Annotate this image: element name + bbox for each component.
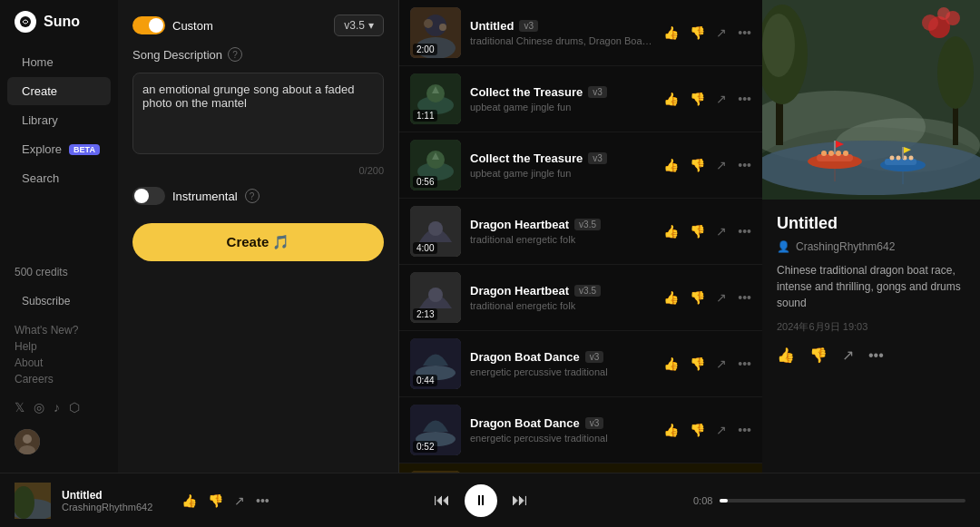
song-description-input[interactable] (132, 73, 384, 154)
song-duration: 0:56 (413, 176, 437, 188)
like-button[interactable]: 👍 (663, 356, 679, 371)
sidebar-link[interactable]: Help (15, 340, 103, 353)
like-button[interactable]: 👍 (663, 224, 679, 239)
song-info: Dragon Boat Dance v3 energetic percussiv… (470, 416, 654, 444)
song-version: v3.5 (574, 285, 601, 297)
like-button[interactable]: 👍 (663, 158, 679, 172)
song-item[interactable]: 4:00 Dragon Heartbeat v3.5 traditional e… (399, 199, 762, 265)
rp-share-button[interactable]: ↗ (842, 346, 854, 364)
song-title-row: Dragon Heartbeat v3.5 (470, 218, 654, 231)
song-item[interactable]: 2:00 Untitled v3 traditional Chinese dru… (399, 0, 762, 66)
dislike-button[interactable]: 👎 (690, 224, 705, 239)
like-button[interactable]: 👍 (663, 92, 679, 106)
song-item[interactable]: 0:44 Dragon Boat Dance v3 energetic perc… (399, 331, 762, 397)
song-actions: 👍 👎 ↗ ••• (663, 356, 751, 371)
song-title-row: Untitled v3 (470, 19, 654, 33)
sidebar-item-library[interactable]: Library (7, 106, 111, 134)
player-dislike-button[interactable]: 👎 (208, 493, 223, 508)
more-button[interactable]: ••• (738, 290, 751, 305)
instrumental-toggle[interactable] (132, 187, 165, 205)
discord-icon[interactable]: ⬡ (69, 400, 80, 415)
share-button[interactable]: ↗ (716, 423, 727, 437)
more-button[interactable]: ••• (738, 25, 751, 40)
rp-description: Chinese traditional dragon boat race, in… (777, 262, 965, 311)
song-tags: energetic percussive traditional (470, 433, 654, 444)
like-button[interactable]: 👍 (663, 423, 679, 437)
instagram-icon[interactable]: ◎ (34, 400, 44, 415)
player-info: Untitled CrashingRhythm642 (62, 489, 171, 512)
share-button[interactable]: ↗ (716, 25, 727, 40)
player-actions-left: 👍 👎 ↗ ••• (181, 493, 270, 508)
dislike-button[interactable]: 👎 (690, 423, 705, 437)
twitter-icon[interactable]: 𝕏 (15, 400, 24, 415)
player-share-button[interactable]: ↗ (234, 493, 245, 508)
svg-point-58 (922, 15, 938, 31)
next-button[interactable]: ⏭ (512, 491, 528, 510)
player-time-section: 0:08 (693, 495, 965, 506)
more-button[interactable]: ••• (738, 158, 751, 172)
song-item[interactable]: 0:56 Collect the Treasure v3 upbeat game… (399, 132, 762, 199)
more-button[interactable]: ••• (738, 423, 751, 437)
dislike-button[interactable]: 👎 (690, 356, 705, 371)
avatar[interactable] (15, 429, 40, 454)
player-more-button[interactable]: ••• (256, 493, 270, 508)
song-thumb: 0:56 (410, 140, 461, 190)
song-info: Collect the Treasure v3 upbeat game jing… (470, 151, 654, 179)
like-button[interactable]: 👍 (663, 290, 679, 305)
custom-toggle[interactable] (132, 16, 165, 34)
dislike-button[interactable]: 👎 (690, 158, 705, 172)
dislike-button[interactable]: 👎 (690, 290, 705, 305)
prev-button[interactable]: ⏮ (434, 491, 450, 510)
share-button[interactable]: ↗ (716, 290, 727, 305)
song-item[interactable]: 0:52 Dragon Boat Dance v3 energetic perc… (399, 397, 762, 464)
user-icon: 👤 (777, 240, 790, 253)
user-row (0, 422, 118, 462)
progress-bar[interactable] (720, 499, 965, 503)
sidebar-item-explore[interactable]: ExploreBETA (7, 135, 111, 163)
dislike-button[interactable]: 👎 (690, 92, 705, 106)
more-button[interactable]: ••• (738, 356, 751, 371)
sidebar-link[interactable]: About (15, 356, 103, 369)
song-duration: 0:44 (413, 375, 437, 386)
song-list: 2:00 Untitled v3 traditional Chinese dru… (399, 0, 762, 473)
player-controls: ⏮ ⏸ ⏭ (280, 484, 682, 517)
more-button[interactable]: ••• (738, 92, 751, 106)
pause-button[interactable]: ⏸ (465, 484, 497, 517)
create-button[interactable]: Create 🎵 (132, 223, 384, 261)
rp-actions: 👍 👎 ↗ ••• (777, 346, 965, 364)
sidebar-item-search[interactable]: Search (7, 164, 111, 192)
song-thumb: 4:00 (410, 206, 461, 257)
song-item[interactable]: 1:11 Collect the Treasure v3 upbeat game… (399, 66, 762, 132)
subscribe-button[interactable]: Subscribe (7, 289, 111, 313)
song-thumb: 1:11 (410, 73, 461, 124)
svg-point-48 (890, 156, 895, 161)
share-button[interactable]: ↗ (716, 158, 727, 172)
song-item[interactable]: 2:13 Dragon Heartbeat v3.5 traditional e… (399, 265, 762, 331)
right-panel-info: Untitled 👤 CrashingRhythm642 Chinese tra… (762, 200, 980, 473)
song-title: Dragon Boat Dance (470, 350, 580, 364)
share-button[interactable]: ↗ (716, 356, 727, 371)
like-button[interactable]: 👍 (663, 25, 679, 40)
sidebar-link[interactable]: Careers (15, 373, 103, 385)
help-icon[interactable]: ? (228, 47, 242, 62)
sidebar-item-create[interactable]: Create (7, 77, 111, 105)
svg-point-36 (937, 36, 974, 109)
sidebar-link[interactable]: What's New? (15, 324, 103, 337)
svg-rect-45 (834, 141, 836, 154)
rp-dislike-button[interactable]: 👎 (809, 346, 828, 364)
svg-point-7 (424, 19, 433, 28)
dislike-button[interactable]: 👎 (690, 25, 705, 40)
sidebar-item-home[interactable]: Home (7, 48, 111, 76)
share-button[interactable]: ↗ (716, 92, 727, 106)
share-button[interactable]: ↗ (716, 224, 727, 239)
more-button[interactable]: ••• (738, 224, 751, 239)
rp-like-button[interactable]: 👍 (777, 346, 795, 364)
song-duration: 1:11 (413, 110, 437, 122)
version-selector[interactable]: v3.5 ▾ (334, 15, 384, 36)
tiktok-icon[interactable]: ♪ (54, 400, 60, 415)
song-item[interactable]: 2:01 Untitled v3.5 Chinese traditional d… (399, 464, 762, 473)
rp-more-button[interactable]: ••• (868, 347, 884, 364)
instrumental-help-icon[interactable]: ? (245, 189, 260, 203)
social-icons: 𝕏 ◎ ♪ ⬡ (0, 393, 118, 422)
player-like-button[interactable]: 👍 (181, 493, 197, 508)
